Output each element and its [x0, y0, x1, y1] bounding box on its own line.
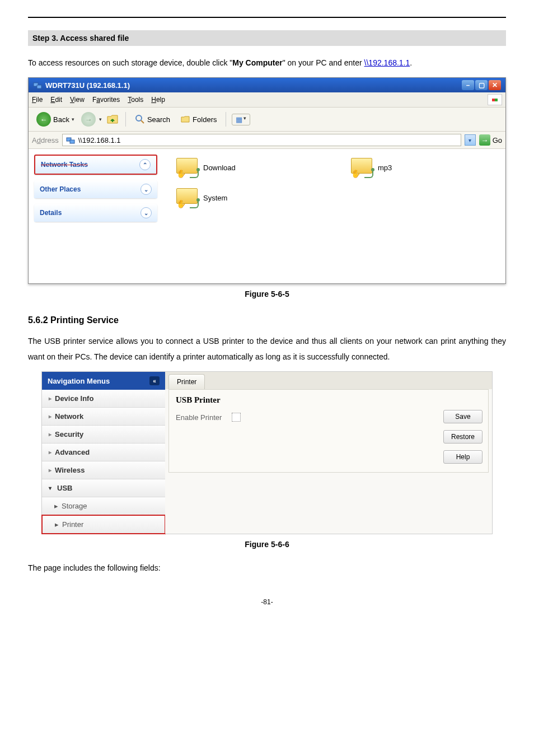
views-button[interactable]: ▦ ▾ — [232, 114, 250, 125]
collapse-button[interactable]: « — [149, 376, 160, 385]
share-mp3[interactable]: ✋ mp3 — [351, 158, 492, 177]
network-tasks-label: Network Tasks — [41, 161, 88, 169]
shared-folder-icon: ✋ — [176, 188, 198, 207]
nav-usb[interactable]: USB — [42, 479, 165, 497]
save-button[interactable]: Save — [443, 410, 483, 423]
post-figure-text: The page includes the following fields: — [28, 560, 506, 576]
maximize-button[interactable]: ▢ — [475, 80, 488, 90]
menu-view[interactable]: View — [70, 96, 85, 104]
search-label: Search — [147, 115, 170, 124]
expand-icon[interactable]: ⌃ — [139, 159, 151, 170]
back-button[interactable]: ← Back ▾ — [33, 111, 78, 128]
svg-point-2 — [136, 115, 142, 121]
page-number: -81- — [28, 598, 506, 606]
up-button[interactable] — [105, 112, 120, 127]
explorer-window: WDRT731U (192.168.1.1) － ▢ ✕ FFileile Ed… — [28, 77, 506, 284]
separator — [125, 112, 126, 127]
horizontal-rule — [28, 17, 506, 18]
tasks-pane: Network Tasks ⌃ Other Places ⌄ Details ⌄ — [29, 149, 163, 283]
address-bar: Address \\192.168.1.1 ▾ → Go — [29, 132, 505, 149]
enable-printer-checkbox[interactable] — [232, 413, 241, 422]
svg-rect-1 — [37, 85, 41, 88]
enable-printer-label: Enable Printer — [176, 413, 222, 422]
window-titlebar[interactable]: WDRT731U (192.168.1.1) － ▢ ✕ — [29, 78, 505, 92]
nav-label: Device Info — [55, 394, 93, 403]
search-icon — [135, 114, 145, 124]
folders-icon — [180, 114, 190, 124]
menu-edit[interactable]: Edit — [50, 96, 62, 104]
panel-title: USB Printer — [176, 395, 481, 405]
window-title-text: WDRT731U (192.168.1.1) — [45, 81, 130, 90]
address-input[interactable]: \\192.168.1.1 — [62, 134, 461, 146]
share-download[interactable]: ✋ Download — [176, 158, 317, 177]
folders-label: Folders — [193, 115, 217, 124]
share-system[interactable]: ✋ System — [176, 188, 317, 207]
nav-label: Wireless — [55, 466, 85, 474]
nav-title: Navigation Menus — [48, 377, 110, 385]
ip-link[interactable]: \\192.168.1.1 — [364, 58, 410, 67]
nav-storage[interactable]: ▸ Storage — [42, 497, 165, 515]
window-buttons: － ▢ ✕ — [462, 80, 501, 90]
button-column: Save Restore Help — [443, 410, 483, 464]
nav-label: Printer — [62, 520, 83, 529]
intro-pre: To access resources on such storage devi… — [28, 58, 232, 67]
menu-favorites[interactable]: Favorites — [92, 96, 120, 104]
go-label: Go — [493, 136, 502, 144]
other-places-label: Other Places — [40, 185, 81, 193]
dropdown-icon: ▾ — [72, 116, 74, 122]
back-label: Back — [53, 115, 69, 124]
help-button[interactable]: Help — [443, 450, 483, 464]
nav-advanced[interactable]: Advanced — [42, 444, 165, 461]
address-dropdown[interactable]: ▾ — [465, 134, 476, 146]
step-heading: Step 3. Access shared file — [28, 30, 506, 46]
restore-button[interactable]: Restore — [443, 430, 483, 444]
address-value: \\192.168.1.1 — [78, 136, 121, 144]
expand-icon[interactable]: ⌄ — [140, 184, 152, 195]
dropdown-icon: ▾ — [99, 116, 102, 122]
network-place-icon — [66, 136, 75, 144]
tab-printer[interactable]: Printer — [168, 374, 205, 389]
folder-list: ✋ Download ✋ mp3 ✋ System — [163, 149, 505, 283]
close-button[interactable]: ✕ — [489, 80, 501, 90]
nav-printer[interactable]: ▸ Printer — [43, 516, 165, 533]
nav-device-info[interactable]: Device Info — [42, 390, 165, 408]
back-icon: ← — [36, 112, 51, 127]
address-label: Address — [32, 136, 59, 144]
nav-wireless[interactable]: Wireless — [42, 461, 165, 479]
other-places-panel[interactable]: Other Places ⌄ — [34, 180, 157, 198]
go-button[interactable]: → Go — [479, 134, 502, 146]
router-ui: Navigation Menus « Device Info Network S… — [41, 371, 493, 534]
menu-file[interactable]: FFileile — [32, 96, 43, 104]
menu-help[interactable]: Help — [151, 96, 165, 104]
toolbar: ← Back ▾ → ▾ Search Folders ▦ ▾ — [29, 108, 505, 132]
separator — [226, 112, 226, 127]
folders-button[interactable]: Folders — [177, 113, 220, 125]
views-icon: ▦ — [236, 115, 242, 124]
content-column: Printer USB Printer Enable Printer Save … — [165, 372, 492, 534]
nav-label: Storage — [62, 502, 87, 510]
nav-network[interactable]: Network — [42, 408, 165, 426]
forward-button[interactable]: → — [81, 112, 96, 127]
nav-label: Security — [55, 430, 83, 438]
intro-paragraph: To access resources on such storage devi… — [28, 55, 506, 71]
menu-bar: FFileile Edit View Favorites Tools Help — [29, 92, 505, 108]
shared-folder-icon: ✋ — [351, 158, 372, 177]
windows-flag-icon — [488, 94, 502, 105]
nav-column: Navigation Menus « Device Info Network S… — [42, 372, 165, 534]
go-icon: → — [479, 134, 490, 146]
expand-icon[interactable]: ⌄ — [140, 207, 152, 218]
nav-printer-highlight: ▸ Printer — [41, 515, 166, 534]
search-button[interactable]: Search — [132, 113, 174, 125]
network-tasks-panel[interactable]: Network Tasks ⌃ — [34, 155, 157, 175]
nav-label: USB — [57, 484, 72, 492]
minimize-button[interactable]: － — [462, 80, 474, 90]
tab-strip: Printer — [165, 372, 492, 389]
menu-tools[interactable]: Tools — [128, 96, 143, 104]
svg-rect-5 — [70, 140, 74, 143]
folder-up-icon — [106, 113, 119, 126]
explorer-body: Network Tasks ⌃ Other Places ⌄ Details ⌄ — [29, 149, 505, 283]
svg-line-3 — [141, 120, 144, 123]
details-panel[interactable]: Details ⌄ — [34, 204, 157, 222]
nav-security[interactable]: Security — [42, 426, 165, 444]
shared-folder-icon: ✋ — [176, 158, 198, 177]
